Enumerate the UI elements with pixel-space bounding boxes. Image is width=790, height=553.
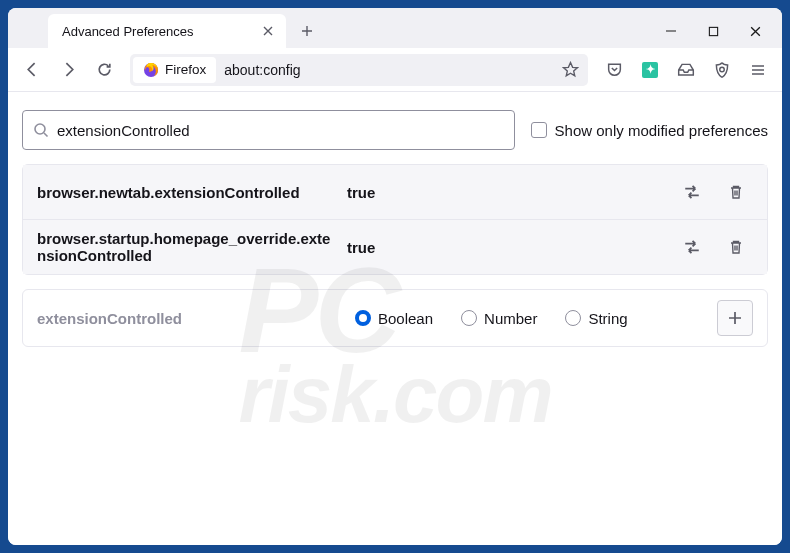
radio-dot <box>565 310 581 326</box>
tab-bar: Advanced Preferences <box>8 8 782 48</box>
minimize-button[interactable] <box>650 16 692 46</box>
forward-button[interactable] <box>52 54 84 86</box>
new-tab-button[interactable] <box>292 16 322 46</box>
config-topbar: Show only modified preferences <box>22 110 768 150</box>
bookmark-star-icon[interactable] <box>556 61 584 78</box>
new-pref-row: extensionControlled Boolean Number Strin… <box>22 289 768 347</box>
add-pref-button[interactable] <box>717 300 753 336</box>
radio-label: String <box>588 310 627 327</box>
extension-icon[interactable]: ✦ <box>634 54 666 86</box>
browser-tab[interactable]: Advanced Preferences <box>48 14 286 48</box>
radio-string[interactable]: String <box>565 310 627 327</box>
back-button[interactable] <box>16 54 48 86</box>
pref-value: true <box>347 239 665 256</box>
svg-point-3 <box>35 124 45 134</box>
pref-name: browser.startup.homepage_override.extens… <box>37 230 337 264</box>
checkbox-box <box>531 122 547 138</box>
pref-results: browser.newtab.extensionControlled true … <box>22 164 768 275</box>
config-search-input[interactable] <box>57 122 504 139</box>
pref-value: true <box>347 184 665 201</box>
radio-number[interactable]: Number <box>461 310 537 327</box>
url-text: about:config <box>224 62 556 78</box>
nav-toolbar: Firefox about:config ✦ <box>8 48 782 92</box>
radio-dot <box>355 310 371 326</box>
new-pref-name: extensionControlled <box>37 310 337 327</box>
menu-button[interactable] <box>742 54 774 86</box>
config-search[interactable] <box>22 110 515 150</box>
pref-type-radiogroup: Boolean Number String <box>355 310 699 327</box>
maximize-button[interactable] <box>692 16 734 46</box>
address-bar[interactable]: Firefox about:config <box>130 54 588 86</box>
close-window-button[interactable] <box>734 16 776 46</box>
pref-row: browser.startup.homepage_override.extens… <box>23 220 767 274</box>
tab-title: Advanced Preferences <box>62 24 252 39</box>
checkbox-label: Show only modified preferences <box>555 122 768 139</box>
config-page: Show only modified preferences browser.n… <box>8 92 782 545</box>
inbox-icon[interactable] <box>670 54 702 86</box>
close-tab-icon[interactable] <box>260 23 276 39</box>
pref-name: browser.newtab.extensionControlled <box>37 184 337 201</box>
reload-button[interactable] <box>88 54 120 86</box>
pref-row: browser.newtab.extensionControlled true <box>23 165 767 220</box>
svg-point-2 <box>720 67 725 72</box>
pocket-icon[interactable] <box>598 54 630 86</box>
shield-icon[interactable] <box>706 54 738 86</box>
delete-button[interactable] <box>719 175 753 209</box>
radio-label: Number <box>484 310 537 327</box>
modified-only-checkbox[interactable]: Show only modified preferences <box>531 122 768 139</box>
toggle-button[interactable] <box>675 175 709 209</box>
site-identity[interactable]: Firefox <box>133 57 216 83</box>
window-controls <box>650 16 776 46</box>
delete-button[interactable] <box>719 230 753 264</box>
identity-label: Firefox <box>165 62 206 77</box>
search-icon <box>33 122 49 138</box>
svg-rect-0 <box>709 27 717 35</box>
toggle-button[interactable] <box>675 230 709 264</box>
radio-boolean[interactable]: Boolean <box>355 310 433 327</box>
radio-label: Boolean <box>378 310 433 327</box>
firefox-icon <box>143 62 159 78</box>
radio-dot <box>461 310 477 326</box>
